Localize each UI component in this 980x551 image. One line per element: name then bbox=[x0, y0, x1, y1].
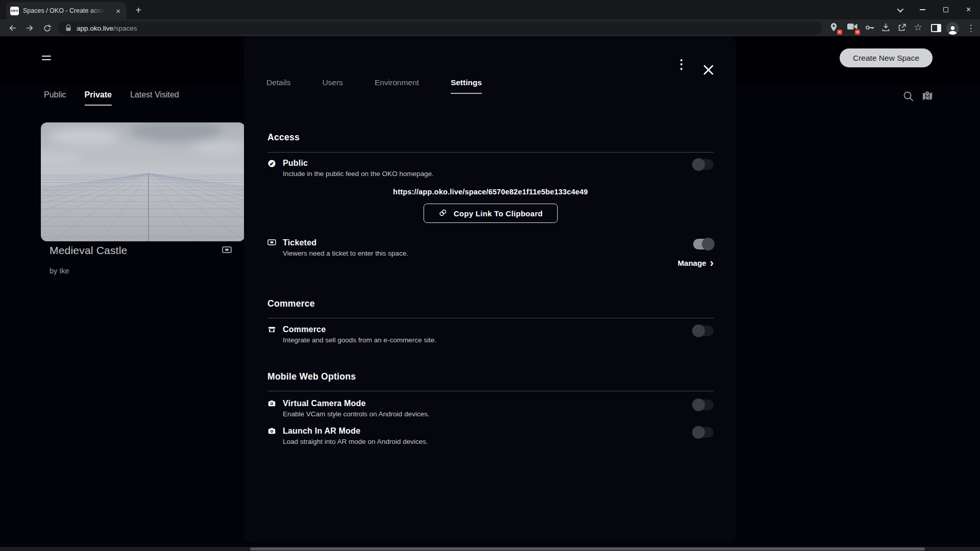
share-url: https://app.oko.live/space/6570e82e1f11e… bbox=[267, 188, 714, 196]
tab-public[interactable]: Public bbox=[44, 90, 66, 106]
section-commerce-title: Commerce bbox=[267, 298, 315, 309]
horizontal-scrollbar[interactable] bbox=[0, 547, 980, 551]
vcam-toggle[interactable] bbox=[693, 399, 714, 410]
browser-tab[interactable]: OKO Spaces / OKO - Create across rea × bbox=[6, 2, 127, 19]
copy-link-button[interactable]: Copy Link To Clipboard bbox=[424, 204, 558, 223]
blocked-badge: × bbox=[855, 30, 860, 35]
divider bbox=[267, 152, 714, 153]
public-setting-row: Public Include in the public feed on the… bbox=[267, 159, 714, 178]
download-icon[interactable] bbox=[881, 22, 892, 34]
scrollbar-thumb[interactable] bbox=[250, 547, 925, 550]
chevron-right-icon: › bbox=[710, 259, 714, 267]
search-icon[interactable] bbox=[902, 90, 914, 104]
browser-menu-icon[interactable]: ⋮ bbox=[965, 21, 977, 35]
tab-title: Spaces / OKO - Create across rea bbox=[23, 7, 105, 14]
storefront-icon bbox=[267, 325, 283, 336]
public-toggle[interactable] bbox=[693, 159, 714, 170]
commerce-setting-title: Commerce bbox=[283, 325, 436, 334]
maximize-button[interactable] bbox=[934, 2, 957, 17]
ticketed-setting-row: Ticketed Viewers need a ticket to enter … bbox=[267, 238, 714, 257]
forward-icon[interactable] bbox=[23, 21, 36, 35]
browser-toolbar: app.oko.live/spaces × × ☆ ⋮ bbox=[0, 19, 980, 36]
commerce-setting-row: Commerce Integrate and sell goods from a… bbox=[267, 325, 714, 344]
ar-setting-title: Launch In AR Mode bbox=[283, 427, 428, 436]
ticketed-setting-title: Ticketed bbox=[283, 238, 408, 247]
vcam-setting-row: Virtual Camera Mode Enable VCam style co… bbox=[267, 399, 714, 418]
address-bar[interactable]: app.oko.live/spaces bbox=[58, 21, 822, 35]
space-card-thumbnail[interactable] bbox=[41, 122, 245, 241]
browser-tabstrip: OKO Spaces / OKO - Create across rea × +… bbox=[0, 0, 980, 19]
oko-favicon: OKO bbox=[10, 7, 19, 15]
tab-latest-visited[interactable]: Latest Visited bbox=[130, 90, 179, 106]
manage-tickets-link[interactable]: Manage › bbox=[267, 259, 714, 267]
tab-close-icon[interactable]: × bbox=[114, 7, 122, 15]
create-new-space-button[interactable]: Create New Space bbox=[840, 48, 933, 67]
screen: OKO Spaces / OKO - Create across rea × +… bbox=[0, 0, 980, 551]
camera-icon bbox=[267, 427, 283, 437]
ticket-icon bbox=[267, 238, 283, 248]
share-icon[interactable] bbox=[897, 22, 909, 34]
minimize-button[interactable] bbox=[911, 2, 934, 17]
tab-search-icon[interactable] bbox=[888, 2, 911, 17]
space-card-author: by Ike bbox=[50, 267, 69, 275]
divider bbox=[267, 318, 714, 318]
ar-toggle[interactable] bbox=[693, 427, 714, 438]
window-close-button[interactable]: × bbox=[957, 2, 980, 17]
camera-extension-icon[interactable]: × bbox=[847, 22, 859, 34]
back-icon[interactable] bbox=[6, 21, 19, 35]
url-text: app.oko.live/spaces bbox=[77, 24, 137, 32]
public-setting-desc: Include in the public feed on the OKO ho… bbox=[283, 170, 434, 178]
vcam-setting-desc: Enable VCam style controls on Android de… bbox=[283, 410, 429, 418]
space-card-title[interactable]: Medieval Castle bbox=[50, 244, 127, 256]
new-tab-button[interactable]: + bbox=[132, 4, 145, 17]
side-panel-icon[interactable] bbox=[931, 24, 941, 32]
vcam-setting-title: Virtual Camera Mode bbox=[283, 399, 429, 408]
public-setting-title: Public bbox=[283, 159, 434, 168]
reload-icon[interactable] bbox=[40, 21, 54, 35]
location-extension-icon[interactable]: × bbox=[829, 22, 841, 34]
space-card-title-row: Medieval Castle ⋮ bbox=[41, 244, 245, 257]
profile-avatar[interactable] bbox=[946, 22, 959, 35]
link-icon bbox=[438, 208, 448, 219]
divider bbox=[267, 391, 714, 391]
map-icon[interactable] bbox=[921, 90, 934, 104]
commerce-toggle[interactable] bbox=[693, 325, 714, 336]
ticketed-setting-desc: Viewers need a ticket to enter this spac… bbox=[283, 249, 408, 257]
section-mobile-title: Mobile Web Options bbox=[267, 371, 356, 382]
bookmark-star-icon[interactable]: ☆ bbox=[914, 21, 925, 33]
ar-setting-desc: Load straight into AR mode on Android de… bbox=[283, 438, 428, 445]
commerce-setting-desc: Integrate and sell goods from an e-comme… bbox=[283, 336, 436, 344]
lock-icon bbox=[65, 24, 71, 32]
tab-private[interactable]: Private bbox=[85, 90, 112, 106]
section-access-title: Access bbox=[267, 132, 300, 143]
key-icon[interactable] bbox=[865, 22, 876, 34]
oko-spaces-page: Create New Space Public Private Latest V… bbox=[0, 36, 980, 551]
ar-setting-row: Launch In AR Mode Load straight into AR … bbox=[267, 427, 714, 445]
compass-icon bbox=[267, 159, 283, 170]
blocked-badge: × bbox=[837, 30, 842, 35]
camera-icon bbox=[267, 399, 283, 410]
ticketed-toggle[interactable] bbox=[693, 239, 714, 249]
window-controls: × bbox=[888, 0, 980, 19]
space-settings-modal: Details Users Environment Settings Acces… bbox=[244, 36, 736, 543]
settings-content: Access Public Include in the public feed… bbox=[267, 36, 714, 543]
ticket-icon bbox=[222, 246, 232, 256]
library-tabs: Public Private Latest Visited bbox=[44, 90, 198, 106]
hamburger-menu-icon[interactable] bbox=[42, 56, 51, 62]
